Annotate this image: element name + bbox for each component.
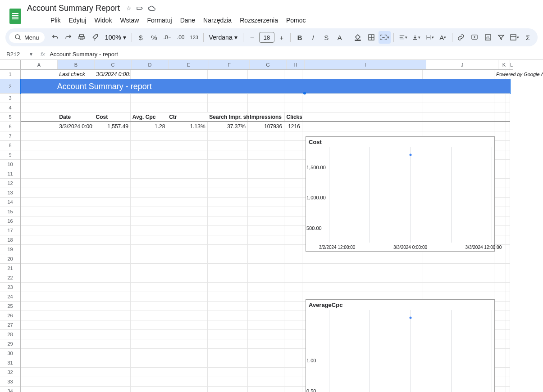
cell[interactable]	[94, 103, 131, 112]
cell[interactable]	[302, 103, 423, 112]
decrease-decimal-button[interactable]: .0←	[161, 31, 174, 44]
cell[interactable]	[167, 339, 207, 348]
cell[interactable]	[131, 292, 167, 301]
cell[interactable]	[494, 150, 506, 159]
column-header-G[interactable]: G	[250, 60, 287, 69]
cell[interactable]	[167, 330, 207, 339]
cell[interactable]	[208, 70, 248, 79]
cell[interactable]	[284, 368, 302, 377]
row-header-8[interactable]: 8	[0, 141, 20, 150]
cell[interactable]	[21, 198, 57, 207]
cell[interactable]	[57, 207, 94, 216]
cell[interactable]	[284, 254, 302, 263]
cell[interactable]	[284, 70, 302, 79]
cell[interactable]	[506, 349, 510, 358]
cell[interactable]	[94, 264, 131, 273]
row-header-26[interactable]: 26	[0, 311, 20, 320]
cell[interactable]	[494, 160, 506, 169]
cell[interactable]	[57, 302, 94, 311]
cell[interactable]	[21, 273, 57, 282]
cell[interactable]	[208, 283, 248, 292]
cell[interactable]	[131, 377, 167, 386]
cell[interactable]	[131, 358, 167, 367]
cell[interactable]	[131, 283, 167, 292]
cell[interactable]	[131, 160, 167, 169]
cell[interactable]	[248, 235, 284, 244]
cell[interactable]	[208, 179, 248, 188]
cell[interactable]	[302, 122, 423, 131]
cell[interactable]	[57, 377, 94, 386]
cell[interactable]	[167, 226, 207, 235]
cell[interactable]	[57, 330, 94, 339]
cell[interactable]	[131, 70, 167, 79]
cell[interactable]	[248, 283, 284, 292]
cell[interactable]: Clicks	[285, 113, 303, 121]
cell[interactable]	[506, 245, 510, 254]
row-header-13[interactable]: 13	[0, 188, 20, 198]
cell[interactable]	[94, 169, 131, 178]
cell[interactable]	[94, 207, 131, 216]
cell[interactable]	[506, 273, 510, 282]
row-header-22[interactable]: 22	[0, 273, 20, 283]
cell[interactable]	[284, 264, 302, 273]
cell[interactable]	[506, 113, 510, 121]
filter-button[interactable]	[495, 31, 507, 44]
cell[interactable]	[208, 245, 248, 254]
row-header-2[interactable]: 2	[0, 79, 20, 94]
cell[interactable]	[423, 273, 495, 282]
cell[interactable]	[57, 179, 94, 188]
cell[interactable]	[208, 302, 248, 311]
cell[interactable]	[248, 226, 284, 235]
print-button[interactable]	[76, 31, 88, 44]
cell[interactable]	[248, 368, 284, 377]
cell[interactable]	[131, 179, 167, 188]
cell[interactable]	[131, 141, 167, 150]
decrease-font-button[interactable]: −	[246, 31, 259, 44]
cell[interactable]	[94, 131, 131, 140]
cell[interactable]	[208, 131, 248, 140]
redo-button[interactable]	[62, 31, 75, 44]
cell[interactable]	[248, 302, 284, 311]
cell[interactable]	[248, 131, 284, 140]
document-title[interactable]: Account Summary Report	[27, 4, 120, 13]
menu-data[interactable]: Dane	[177, 15, 199, 26]
cell[interactable]	[21, 79, 55, 93]
row-header-14[interactable]: 14	[0, 198, 20, 207]
row-header-30[interactable]: 30	[0, 349, 20, 358]
cell[interactable]	[506, 254, 510, 263]
cell[interactable]	[494, 131, 506, 140]
cell[interactable]	[208, 207, 248, 216]
menu-view[interactable]: Widok	[91, 15, 115, 26]
cell[interactable]	[208, 198, 248, 207]
text-color-button[interactable]: A	[333, 31, 346, 44]
cell[interactable]	[57, 349, 94, 358]
cell[interactable]	[57, 103, 94, 112]
cell[interactable]	[21, 245, 57, 254]
cell[interactable]	[506, 368, 510, 377]
cell[interactable]	[494, 169, 506, 178]
cell[interactable]	[284, 292, 302, 301]
row-header-4[interactable]: 4	[0, 103, 20, 113]
cell[interactable]	[21, 122, 57, 131]
column-header-C[interactable]: C	[95, 60, 132, 69]
cell[interactable]	[208, 254, 248, 263]
cell[interactable]	[21, 207, 57, 216]
cell[interactable]	[302, 273, 423, 282]
cell[interactable]	[131, 226, 167, 235]
cell[interactable]	[208, 141, 248, 150]
cell[interactable]	[131, 94, 167, 103]
cell[interactable]	[284, 245, 302, 254]
search-menu[interactable]: Menu	[9, 32, 45, 43]
cell[interactable]	[21, 226, 57, 235]
cell[interactable]	[208, 169, 248, 178]
row-header-17[interactable]: 17	[0, 226, 20, 235]
cell[interactable]	[494, 283, 506, 292]
merge-cells-button[interactable]: ▾	[379, 31, 391, 44]
cell[interactable]	[167, 131, 207, 140]
cell[interactable]	[284, 283, 302, 292]
cell[interactable]	[21, 169, 57, 178]
cell[interactable]	[57, 131, 94, 140]
cell[interactable]	[208, 377, 248, 386]
cell[interactable]	[131, 103, 167, 112]
row-header-33[interactable]: 33	[0, 377, 20, 387]
